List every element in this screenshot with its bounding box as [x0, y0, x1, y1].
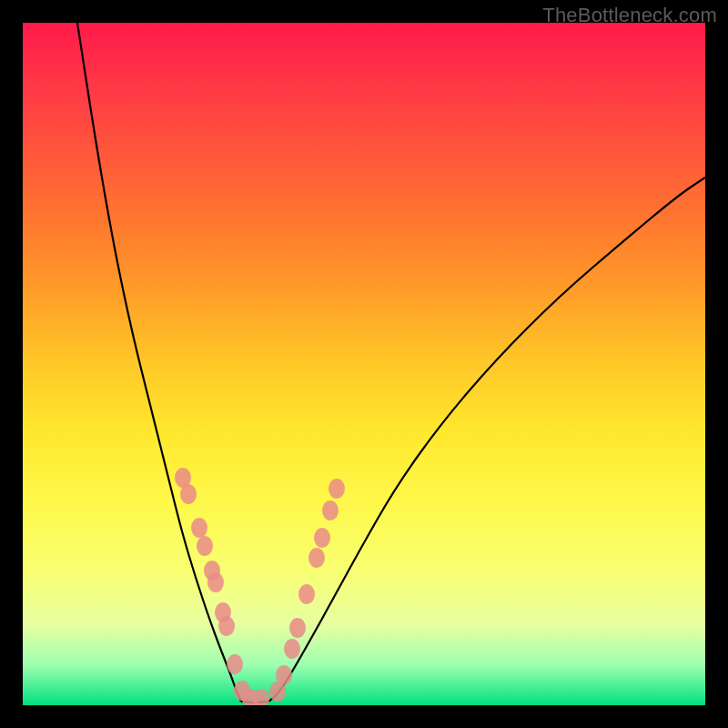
data-marker — [314, 528, 330, 548]
chart-frame: TheBottleneck.com — [0, 0, 728, 728]
data-marker — [227, 654, 243, 674]
data-marker — [289, 618, 306, 638]
plot-area — [23, 23, 705, 705]
data-marker — [308, 548, 325, 568]
curve-left — [77, 23, 241, 702]
data-marker — [197, 536, 213, 556]
data-marker — [329, 479, 345, 499]
data-marker — [322, 500, 339, 521]
data-marker — [276, 665, 292, 685]
data-marker — [218, 616, 235, 636]
data-markers — [175, 468, 345, 705]
data-marker — [191, 518, 207, 538]
curve-right — [268, 177, 705, 702]
chart-svg — [23, 23, 705, 705]
watermark-text: TheBottleneck.com — [542, 4, 717, 27]
data-marker — [180, 484, 197, 504]
data-marker — [207, 572, 224, 592]
data-marker — [298, 584, 315, 604]
data-marker — [284, 639, 300, 659]
